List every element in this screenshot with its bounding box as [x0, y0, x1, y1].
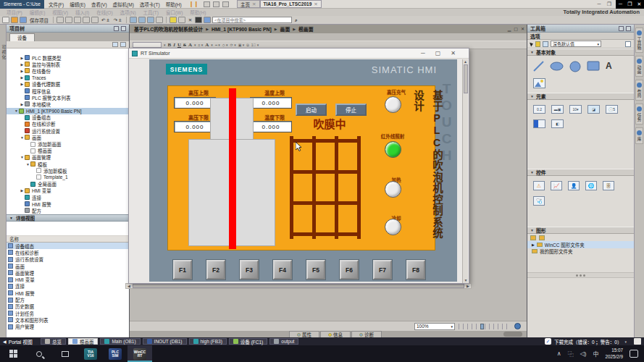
scrollbar-thumb[interactable]: [464, 64, 468, 93]
vm-menu-item[interactable]: 文件(F): [46, 1, 67, 8]
project-search-input[interactable]: [212, 17, 292, 23]
tree-expand-icon[interactable]: ▶: [532, 243, 535, 247]
save-project-icon[interactable]: [20, 17, 27, 23]
zoom-slider-thumb[interactable]: [480, 324, 484, 329]
close-icon[interactable]: ✕: [635, 1, 644, 7]
stop-button[interactable]: 停止: [335, 104, 367, 116]
inspector-tab-诊断[interactable]: 诊断: [351, 331, 382, 337]
collapse-panel-icon[interactable]: [121, 26, 126, 31]
ime-indicator[interactable]: 中: [593, 350, 598, 358]
tia-menu-item[interactable]: 窗口(W): [162, 9, 186, 16]
pin-icon[interactable]: [619, 26, 624, 31]
user-view-icon[interactable]: 👤: [568, 181, 580, 190]
printer-icon[interactable]: [204, 1, 210, 7]
details-item[interactable]: 连接: [7, 283, 129, 290]
function-key-f5[interactable]: F5: [306, 260, 325, 279]
tree-item[interactable]: ▶Traces: [7, 75, 129, 81]
line-style-icon[interactable]: ━ ▾: [215, 43, 220, 47]
tree-item[interactable]: ▶PLC 数据类型: [7, 54, 129, 61]
editor-button[interactable]: 设备 (FC1): [229, 338, 267, 345]
details-name-column-header[interactable]: 名称: [7, 236, 129, 243]
select-tool-icon[interactable]: [530, 41, 534, 46]
details-view-header[interactable]: ▼详细视图: [7, 214, 129, 222]
start-button[interactable]: [0, 345, 26, 362]
breadcrumb-part[interactable]: 根画面: [298, 25, 313, 33]
function-key-f8[interactable]: F8: [406, 260, 425, 279]
tree-expand-icon[interactable]: ▶: [20, 75, 25, 80]
circle-tool-icon[interactable]: [569, 61, 581, 72]
editor-button[interactable]: 总览: [41, 338, 66, 345]
taskbar-clock[interactable]: 15:07 2025/2/9: [605, 348, 623, 360]
window-layout-icon[interactable]: [204, 17, 211, 23]
tree-expand-icon[interactable]: ▼: [25, 162, 30, 167]
tree-expand-icon[interactable]: ▼: [20, 135, 25, 140]
style-select[interactable]: 深色默认值▾: [551, 41, 601, 47]
taskbar-wincc-rt-icon[interactable]: WinCCRT: [127, 345, 152, 362]
tree-item[interactable]: ▶本地模块: [7, 101, 129, 107]
font-color-icon[interactable]: A: [188, 42, 192, 48]
start-simulation-icon[interactable]: [156, 17, 163, 23]
tree-item[interactable]: PLC 报警文本列表: [7, 94, 129, 101]
zoom-slider[interactable]: [459, 324, 511, 329]
download-status[interactable]: ✓ 下载完成（错误：0 ；警告：0） ▾: [545, 338, 641, 345]
details-item[interactable]: 运行系统设置: [7, 256, 129, 263]
copy-icon[interactable]: [74, 17, 81, 23]
function-key-f7[interactable]: F7: [373, 260, 392, 279]
close-icon[interactable]: ✕: [314, 1, 317, 7]
minimize-icon[interactable]: ─: [594, 1, 604, 7]
compile-icon[interactable]: [130, 17, 137, 23]
details-item[interactable]: 文本和图形列表: [7, 316, 129, 323]
tree-expand-icon[interactable]: ▶: [20, 62, 25, 67]
vm-menu-item[interactable]: 编辑(E): [67, 1, 88, 8]
rotate-icon[interactable]: ⟳ ▾: [230, 43, 236, 47]
switch-icon[interactable]: ◧: [551, 119, 564, 128]
bar-icon[interactable]: [533, 119, 545, 128]
tree-item[interactable]: ▶监控与强制表: [7, 61, 129, 67]
vm-menu-item[interactable]: 帮助(H): [163, 1, 185, 8]
tree-filter-icon[interactable]: [112, 42, 118, 47]
tree-expand-icon[interactable]: ▶: [20, 69, 25, 73]
tree-settings-icon[interactable]: [120, 42, 126, 47]
tree-expand-icon[interactable]: ▼: [20, 155, 25, 159]
tree-item[interactable]: HMI 报警: [7, 201, 129, 207]
tree-item[interactable]: 连接: [7, 194, 129, 201]
alarm-view-icon[interactable]: ⚠: [533, 181, 545, 190]
details-item[interactable]: 计划任务: [7, 310, 129, 316]
tree-item[interactable]: ▶在线备份: [7, 67, 129, 74]
task-view-icon[interactable]: [52, 345, 78, 362]
search-icon[interactable]: ⌕: [293, 17, 299, 23]
image-tool-icon[interactable]: [533, 78, 545, 88]
tree-expand-icon[interactable]: ▶: [20, 102, 25, 106]
graphics-folder-item[interactable]: 我的图形文件夹: [527, 248, 634, 256]
font-size-select[interactable]: ▾: [164, 43, 166, 47]
tree-item[interactable]: Template_1: [7, 174, 129, 180]
side-tab-任务[interactable]: 任务: [635, 104, 643, 125]
ellipse-tool-icon[interactable]: [550, 61, 564, 72]
zoom-level-select[interactable]: 100%▾: [414, 323, 455, 330]
tia-menu-item[interactable]: 帮助(H): [186, 9, 209, 16]
tree-expand-icon[interactable]: ▼: [14, 109, 19, 113]
details-item[interactable]: 在线和诊断: [7, 249, 129, 256]
details-item[interactable]: HMI 变量: [7, 276, 129, 282]
minimize-icon[interactable]: ▁: [508, 26, 511, 31]
tree-item[interactable]: 设备组态: [7, 114, 129, 121]
tia-menu-item[interactable]: 编辑(E): [26, 9, 49, 16]
redo-icon[interactable]: ↷ ±: [112, 17, 123, 23]
close-icon[interactable]: ✕: [521, 26, 524, 31]
tree-item[interactable]: 全局画面: [7, 181, 129, 188]
recipe-view-icon[interactable]: 🗄: [603, 181, 614, 190]
side-tab-库[interactable]: 库: [635, 127, 643, 144]
taskbar-search-icon[interactable]: [26, 345, 52, 362]
function-key-f3[interactable]: F3: [240, 260, 259, 279]
rectangle-tool-icon[interactable]: [587, 61, 600, 71]
tree-item[interactable]: 添加新画面: [7, 140, 129, 147]
side-tab-动画[interactable]: 动画: [635, 56, 643, 77]
breadcrumb[interactable]: 基于PLC的吹泡机控制系统设计▶HMI_1 [KTP900 Basic PN]▶…: [130, 25, 527, 33]
function-key-f2[interactable]: F2: [206, 260, 225, 279]
section-graphics[interactable]: ▼图形: [527, 227, 634, 234]
fill-color-icon[interactable]: A: [205, 42, 209, 48]
tia-menu-item[interactable]: 在线(O): [93, 9, 116, 16]
section-basic-objects[interactable]: ▼基本对象: [527, 49, 634, 56]
save-project-label[interactable]: 保存项目: [28, 17, 50, 24]
tree-item[interactable]: 添加新模板: [7, 167, 129, 174]
